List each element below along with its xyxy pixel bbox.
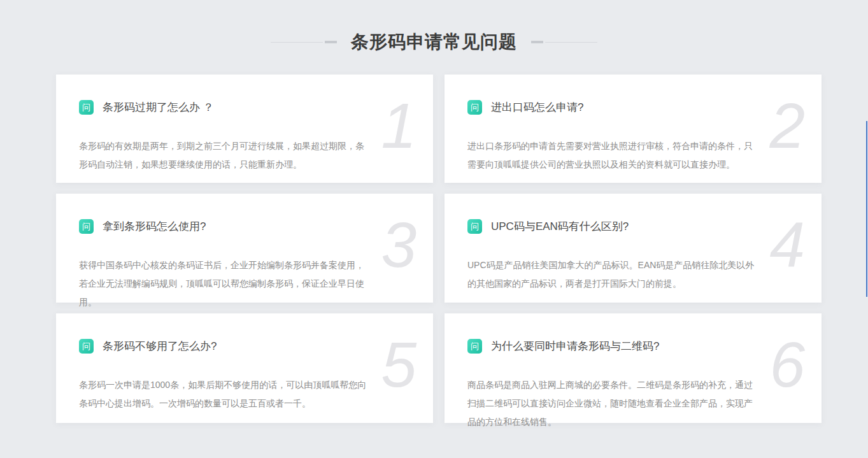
section-header: 条形码申请常见问题 bbox=[0, 24, 868, 60]
question-icon: 问 bbox=[467, 100, 482, 115]
question-icon: 问 bbox=[467, 339, 482, 354]
faq-question-row: 问 UPC码与EAN码有什么区别? bbox=[467, 219, 745, 234]
faq-question-title: 为什么要同时申请条形码与二维码? bbox=[491, 339, 659, 354]
faq-answer-text: 进出口条形码的申请首先需要对营业执照进行审核，符合申请的条件，只需要向顶呱呱提供… bbox=[467, 137, 755, 174]
title-line-right bbox=[545, 42, 597, 43]
question-icon: 问 bbox=[79, 100, 94, 115]
faq-question-row: 问 拿到条形码怎么使用? bbox=[79, 219, 357, 234]
page-title: 条形码申请常见问题 bbox=[351, 30, 517, 54]
faq-question-title: UPC码与EAN码有什么区别? bbox=[491, 219, 629, 234]
faq-question-row: 问 条形码不够用了怎么办? bbox=[79, 339, 357, 354]
faq-question-title: 条形码不够用了怎么办? bbox=[103, 339, 217, 354]
faq-question-row: 问 进出口码怎么申请? bbox=[467, 100, 745, 115]
faq-grid: 问 条形码过期了怎么办 ？ 条形码的有效期是两年，到期之前三个月可进行续展，如果… bbox=[56, 75, 822, 423]
faq-card-number: 2 bbox=[769, 94, 805, 157]
floating-sidebar-edge[interactable] bbox=[866, 121, 867, 297]
faq-card-number: 5 bbox=[381, 333, 416, 396]
title-dash-left bbox=[325, 41, 337, 43]
faq-question-row: 问 为什么要同时申请条形码与二维码? bbox=[467, 339, 745, 354]
faq-card-number: 4 bbox=[769, 213, 805, 276]
faq-answer-text: 条形码一次申请是1000条，如果后期不够使用的话，可以由顶呱呱帮您向条码中心提出… bbox=[79, 376, 367, 413]
faq-question-title: 拿到条形码怎么使用? bbox=[103, 219, 206, 234]
faq-card-4: 问 UPC码与EAN码有什么区别? UPC码是产品销往美国加拿大的产品标识。EA… bbox=[445, 194, 822, 303]
faq-answer-text: 商品条码是商品入驻网上商城的必要条件。二维码是条形码的补充，通过扫描二维码可以直… bbox=[467, 376, 755, 431]
faq-question-title: 进出口码怎么申请? bbox=[491, 100, 583, 115]
faq-card-2: 问 进出口码怎么申请? 进出口条形码的申请首先需要对营业执照进行审核，符合申请的… bbox=[445, 75, 822, 183]
title-decoration-left bbox=[271, 41, 337, 43]
title-line-left bbox=[271, 42, 323, 43]
faq-question-title: 条形码过期了怎么办 ？ bbox=[103, 100, 214, 115]
faq-card-1: 问 条形码过期了怎么办 ？ 条形码的有效期是两年，到期之前三个月可进行续展，如果… bbox=[56, 75, 433, 183]
title-decoration-right bbox=[531, 41, 597, 43]
faq-card-6: 问 为什么要同时申请条形码与二维码? 商品条码是商品入驻网上商城的必要条件。二维… bbox=[445, 313, 822, 423]
faq-answer-text: 条形码的有效期是两年，到期之前三个月可进行续展，如果超过期限，条形码自动注销，如… bbox=[79, 137, 367, 174]
question-icon: 问 bbox=[79, 339, 94, 354]
faq-card-number: 6 bbox=[769, 333, 805, 396]
faq-answer-text: 获得中国条码中心核发的条码证书后，企业开始编制条形码并备案使用，若企业无法理解编… bbox=[79, 256, 367, 311]
question-icon: 问 bbox=[467, 219, 482, 234]
question-icon: 问 bbox=[79, 219, 94, 234]
faq-card-3: 问 拿到条形码怎么使用? 获得中国条码中心核发的条码证书后，企业开始编制条形码并… bbox=[56, 194, 433, 303]
faq-card-number: 3 bbox=[381, 213, 416, 276]
faq-question-row: 问 条形码过期了怎么办 ？ bbox=[79, 100, 357, 115]
faq-card-5: 问 条形码不够用了怎么办? 条形码一次申请是1000条，如果后期不够使用的话，可… bbox=[56, 313, 433, 423]
faq-answer-text: UPC码是产品销往美国加拿大的产品标识。EAN码是产品销往除北美以外的其他国家的… bbox=[467, 256, 755, 293]
faq-card-number: 1 bbox=[381, 94, 416, 157]
title-dash-right bbox=[531, 41, 543, 43]
